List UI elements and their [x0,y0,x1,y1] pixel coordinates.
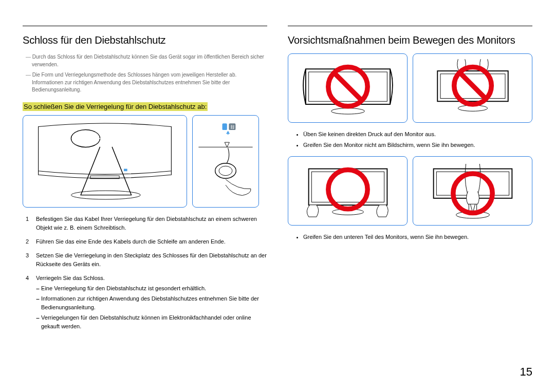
section-rule [23,26,267,26]
page-number: 15 [520,365,532,379]
hold-bottom-illustration [288,156,408,226]
heading-lock: Schloss für den Diebstahlschutz [23,34,267,46]
step-item: Verriegeln Sie das Schloss. Eine Verrieg… [23,274,267,331]
bullet-item: Greifen Sie den Monitor nicht am Bildsch… [303,141,532,150]
svg-text:⛓: ⛓ [230,124,234,129]
svg-rect-2 [124,169,127,171]
monitor-rear-illustration [23,115,187,208]
bullet-item: Greifen Sie den unteren Teil des Monitor… [303,233,532,241]
correct-row [288,156,532,226]
step-item: Setzen Sie die Verriegelung in den Steck… [23,251,267,269]
svg-rect-23 [311,172,384,202]
svg-point-26 [328,170,367,209]
svg-line-21 [460,73,486,99]
svg-point-13 [331,108,364,114]
svg-rect-3 [223,123,227,130]
warning-bullets: Üben Sie keinen direkten Druck auf den M… [288,130,532,149]
svg-marker-6 [226,130,230,134]
sub-note: Verriegelungen für den Diebstahlschutz k… [36,313,267,331]
lock-steps-list: Befestigen Sie das Kabel Ihrer Verriegel… [23,215,267,331]
prohibited-row [288,53,532,123]
right-column: Vorsichtsmaßnahmen beim Bewegen des Moni… [288,26,532,336]
left-column: Schloss für den Diebstahlschutz Durch da… [23,26,267,336]
instruction-bullets: Greifen Sie den unteren Teil des Monitor… [288,233,532,241]
bullet-item: Üben Sie keinen direkten Druck auf den M… [303,130,532,139]
svg-point-8 [215,163,236,178]
hold-stand-illustration [413,156,532,226]
sub-note: Informationen zur richtigen Anwendung de… [36,294,267,312]
step-text: Verriegeln Sie das Schloss. [36,275,105,281]
note: Durch das Schloss für den Diebstahlschut… [23,53,267,68]
section-rule [288,26,532,26]
illustration-row: ⛓ [23,115,267,208]
do-not-press-illustration [288,53,408,123]
lock-detail-illustration: ⛓ [192,115,259,208]
heading-precautions: Vorsichtsmaßnahmen beim Bewegen des Moni… [288,34,532,46]
subheading-highlight: So schließen Sie die Verriegelung für de… [23,102,208,111]
step-item: Befestigen Sie das Kabel Ihrer Verriegel… [23,215,267,232]
do-not-grab-screen-illustration [413,53,532,123]
sub-note: Eine Verriegelung für den Diebstahlschut… [36,284,267,293]
svg-rect-22 [308,169,387,206]
note: Die Form und Verriegelungsmethode des Sc… [23,71,267,94]
step-item: Führen Sie das eine Ende des Kabels durc… [23,237,267,246]
svg-line-15 [334,73,361,100]
